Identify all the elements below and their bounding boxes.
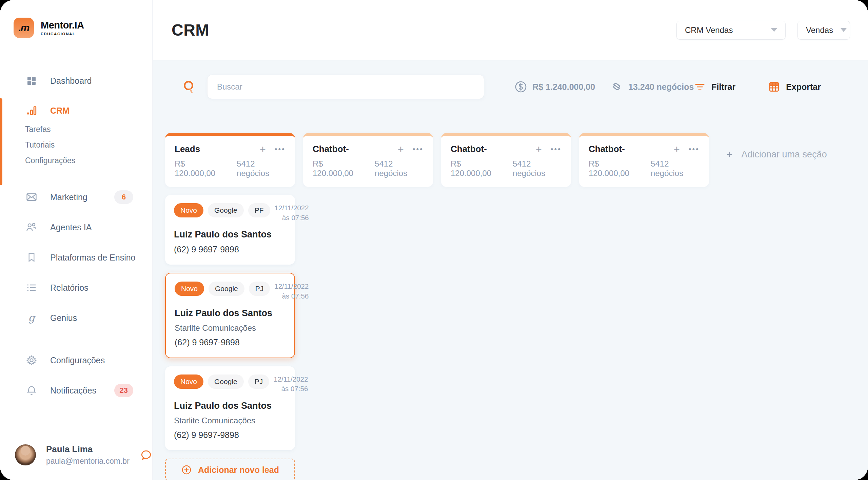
lead-name: Luiz Paulo dos Santos (174, 229, 286, 240)
column-deals: 5412 negócios (513, 159, 561, 178)
brand-logo-icon: .m (14, 18, 34, 38)
filter-icon (694, 81, 706, 93)
brand-name: Mentor.IA (41, 20, 84, 31)
sidebar-subitem-tarefas[interactable]: Tarefas (0, 121, 152, 137)
total-deals-text: 13.240 negócios (628, 82, 694, 92)
plus-icon: + (727, 149, 733, 160)
sidebar-item-label: Agentes IA (50, 223, 92, 232)
segment-badge: PJ (249, 282, 270, 296)
sidebar-subitem-configuracoes[interactable]: Configurações (0, 153, 152, 168)
column-deals: 5412 negócios (651, 159, 699, 178)
user-email: paula@mentoria.com.br (46, 457, 130, 466)
add-section-button[interactable]: + Adicionar uma seção (727, 149, 827, 160)
lead-name: Luiz Paulo dos Santos (175, 308, 285, 319)
lead-phone: (62) 9 9697-9898 (174, 245, 286, 254)
filter-button[interactable]: Filtrar (694, 81, 735, 93)
column-header: Leads + ••• R$ 120.000,00 5412 negócios (165, 133, 295, 187)
lead-card[interactable]: Novo Google PF 12/11/2022às 07:56 Luiz P… (165, 195, 295, 265)
sidebar-item-plataformas[interactable]: Plataformas de Ensino (0, 247, 152, 268)
sidebar-item-relatorios[interactable]: Relatórios (0, 277, 152, 298)
sidebar-item-label: CRM (50, 106, 70, 116)
search-input[interactable] (207, 75, 484, 99)
total-value-stat: R$ 1.240.000,00 (514, 80, 595, 94)
card-timestamp: 12/11/2022às 07:56 (274, 375, 308, 394)
lead-phone: (62) 9 9697-9898 (175, 338, 285, 347)
column-menu-icon[interactable]: ••• (413, 146, 423, 153)
sidebar-item-label: Dashboard (50, 76, 92, 86)
segment-badge: PJ (248, 375, 270, 389)
handshake-icon (610, 80, 624, 94)
card-timestamp: 12/11/2022às 07:56 (274, 282, 309, 301)
search-icon[interactable] (181, 79, 197, 95)
add-card-icon[interactable]: + (674, 144, 680, 154)
sidebar-item-genius[interactable]: g Genius (0, 308, 152, 328)
column-deals: 5412 negócios (237, 159, 285, 178)
add-card-icon[interactable]: + (260, 144, 266, 154)
main-content: CRM CRM Vendas Vendas (153, 0, 868, 480)
table-export-icon (768, 80, 781, 93)
lead-card[interactable]: Novo Google PJ 12/11/2022às 07:56 Luiz P… (165, 366, 295, 450)
user-profile[interactable]: Paula Lima paula@mentoria.com.br (15, 444, 141, 466)
export-button[interactable]: Exportar (768, 80, 821, 93)
segment-badge: PF (248, 203, 270, 217)
total-deals-stat: 13.240 negócios (610, 80, 694, 94)
marketing-badge: 6 (114, 190, 133, 204)
sidebar: .m Mentor.IA EDUCACIONAL Dashboard (0, 0, 153, 480)
column-deals: 5412 negócios (375, 159, 423, 178)
card-timestamp: 12/11/2022às 07:56 (275, 203, 309, 223)
view-select[interactable]: Vendas (797, 21, 850, 40)
column-header: Chatbot- + ••• R$ 120.000,00 5412 negóci… (579, 133, 709, 187)
sidebar-item-crm[interactable]: CRM (0, 100, 152, 121)
sidebar-item-marketing[interactable]: Marketing 6 (0, 187, 152, 207)
board-column-chatbot-2: Chatbot- + ••• R$ 120.000,00 5412 negóci… (441, 133, 571, 187)
avatar (15, 444, 36, 465)
sidebar-nav: Dashboard CRM Tarefas Tutoriais Configur… (0, 38, 152, 401)
filter-label: Filtrar (711, 82, 735, 92)
chevron-down-icon (841, 28, 847, 32)
column-value: R$ 120.000,00 (589, 159, 638, 178)
sidebar-item-label: Notificações (50, 386, 96, 396)
column-menu-icon[interactable]: ••• (689, 146, 699, 153)
status-badge: Novo (175, 282, 204, 296)
bar-chart-icon (25, 105, 38, 116)
add-card-icon[interactable]: + (398, 144, 404, 154)
column-value: R$ 120.000,00 (451, 159, 500, 178)
crm-submenu: Tarefas Tutoriais Configurações (0, 121, 152, 168)
page-header: CRM CRM Vendas Vendas (153, 0, 868, 60)
sidebar-item-notificacoes[interactable]: Notificações 23 (0, 380, 152, 401)
chat-bubble-icon[interactable] (140, 448, 153, 461)
source-badge: Google (208, 375, 244, 389)
export-label: Exportar (786, 82, 821, 92)
lead-company: Starlite Comunicações (175, 323, 285, 333)
column-title: Chatbot- (589, 144, 625, 154)
brand-tagline: EDUCACIONAL (41, 32, 84, 36)
sidebar-item-dashboard[interactable]: Dashboard (0, 71, 152, 91)
add-lead-label: Adicionar novo lead (198, 465, 279, 475)
column-title: Leads (175, 144, 200, 154)
sidebar-subitem-tutoriais[interactable]: Tutoriais (0, 137, 152, 153)
column-header: Chatbot- + ••• R$ 120.000,00 5412 negóci… (303, 133, 433, 187)
sidebar-item-label: Marketing (50, 192, 87, 202)
lead-name: Luiz Paulo dos Santos (174, 401, 286, 411)
lead-phone: (62) 9 9697-9898 (174, 430, 286, 440)
column-title: Chatbot- (451, 144, 487, 154)
column-menu-icon[interactable]: ••• (275, 146, 285, 153)
column-value: R$ 120.000,00 (175, 159, 224, 178)
kanban-board: Leads + ••• R$ 120.000,00 5412 negócios (153, 99, 868, 480)
dollar-circle-icon (514, 80, 528, 94)
add-section-label: Adicionar uma seção (742, 149, 827, 160)
sidebar-item-configuracoes[interactable]: Configurações (0, 350, 152, 370)
source-badge: Google (209, 282, 244, 296)
sidebar-item-label: Relatórios (50, 283, 88, 293)
add-card-icon[interactable]: + (536, 144, 542, 154)
gear-icon (25, 354, 38, 366)
lead-card-selected[interactable]: Novo Google PJ 12/11/2022às 07:56 Luiz P… (165, 273, 295, 358)
column-menu-icon[interactable]: ••• (551, 146, 561, 153)
crm-board-select[interactable]: CRM Vendas (676, 21, 786, 40)
app-window: .m Mentor.IA EDUCACIONAL Dashboard (0, 0, 868, 480)
add-lead-button[interactable]: Adicionar novo lead (165, 459, 295, 480)
column-title: Chatbot- (313, 144, 349, 154)
sidebar-item-agentes-ia[interactable]: Agentes IA (0, 217, 152, 237)
page-title: CRM (172, 21, 209, 39)
brand-logo: .m Mentor.IA EDUCACIONAL (0, 0, 152, 38)
